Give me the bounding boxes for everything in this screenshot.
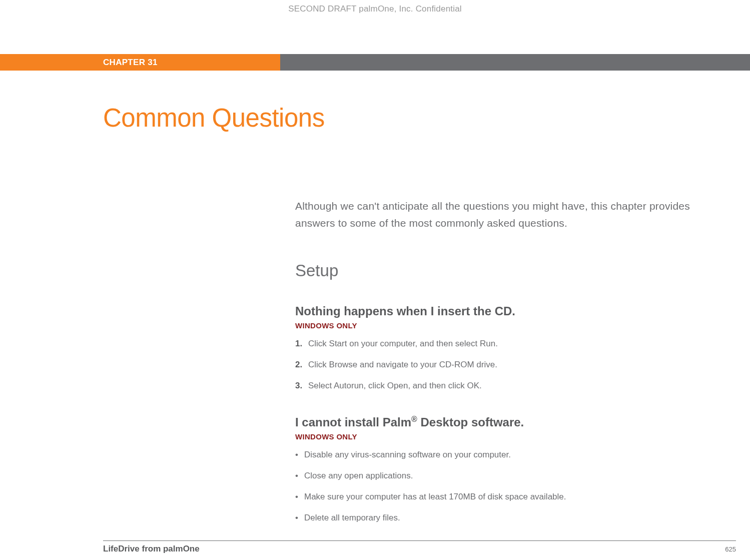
bullet-icon: • (295, 450, 304, 460)
page-title: Common Questions (103, 103, 720, 133)
chapter-bar: CHAPTER 31 (0, 54, 750, 71)
intro-paragraph: Although we can't anticipate all the que… (295, 198, 720, 231)
chapter-orange-block: CHAPTER 31 (0, 54, 280, 71)
page-footer: LifeDrive from palmOne 625 (103, 540, 736, 554)
bullet-icon: • (295, 492, 304, 502)
bullet-icon: • (295, 471, 304, 481)
step-number: 3. (295, 381, 308, 391)
chapter-label: CHAPTER 31 (103, 58, 158, 68)
q2-title-post: Desktop software. (417, 415, 524, 429)
step-text: Select Autorun, click Open, and then cli… (308, 381, 482, 391)
bullet-text: Disable any virus-scanning software on y… (304, 450, 511, 460)
step-text: Click Browse and navigate to your CD-ROM… (308, 360, 497, 370)
step-number: 1. (295, 339, 308, 349)
step-number: 2. (295, 360, 308, 370)
list-item: • Disable any virus-scanning software on… (295, 450, 720, 460)
ordered-list: 1. Click Start on your computer, and the… (295, 339, 720, 391)
bullet-icon: • (295, 513, 304, 523)
question-2-title: I cannot install Palm® Desktop software. (295, 415, 720, 429)
list-item: • Delete all temporary files. (295, 513, 720, 523)
footer-product: LifeDrive from palmOne (103, 544, 200, 554)
list-item: • Close any open applications. (295, 471, 720, 481)
q2-title-pre: I cannot install Palm (295, 415, 411, 429)
list-item: • Make sure your computer has at least 1… (295, 492, 720, 502)
bullet-list: • Disable any virus-scanning software on… (295, 450, 720, 523)
registered-symbol: ® (411, 415, 417, 423)
platform-badge: WINDOWS ONLY (295, 432, 720, 441)
confidential-header: SECOND DRAFT palmOne, Inc. Confidential (0, 0, 750, 14)
step-text: Click Start on your computer, and then s… (308, 339, 498, 349)
section-heading-setup: Setup (295, 261, 720, 280)
footer-page-number: 625 (725, 545, 736, 553)
bullet-text: Make sure your computer has at least 170… (304, 492, 566, 502)
list-item: 3. Select Autorun, click Open, and then … (295, 381, 720, 391)
content-area: Common Questions Although we can't antic… (0, 103, 750, 523)
question-1-title: Nothing happens when I insert the CD. (295, 304, 720, 318)
list-item: 1. Click Start on your computer, and the… (295, 339, 720, 349)
chapter-gray-block (280, 54, 750, 71)
bullet-text: Close any open applications. (304, 471, 413, 481)
list-item: 2. Click Browse and navigate to your CD-… (295, 360, 720, 370)
bullet-text: Delete all temporary files. (304, 513, 400, 523)
platform-badge: WINDOWS ONLY (295, 321, 720, 330)
body-column: Although we can't anticipate all the que… (295, 198, 720, 523)
